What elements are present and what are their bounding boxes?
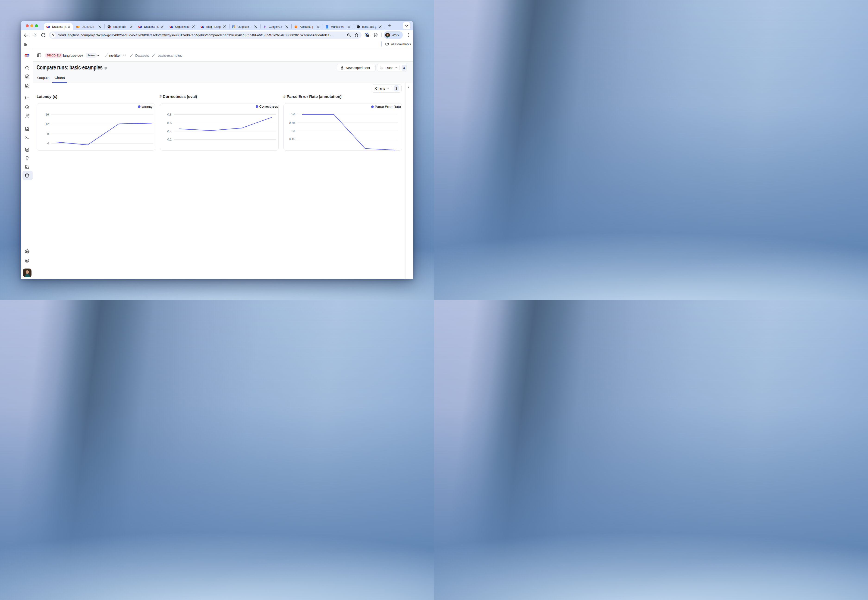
svg-text:0.8: 0.8 bbox=[167, 113, 171, 116]
svg-text:0.15: 0.15 bbox=[289, 137, 295, 141]
svg-text:4: 4 bbox=[47, 142, 49, 145]
svg-text:12: 12 bbox=[45, 122, 49, 126]
svg-text:Parse Error Rate: Parse Error Rate bbox=[375, 105, 401, 109]
svg-text:0.4: 0.4 bbox=[167, 129, 171, 133]
svg-text:latency: latency bbox=[141, 105, 153, 108]
svg-text:0.6: 0.6 bbox=[291, 112, 295, 116]
svg-text:0.45: 0.45 bbox=[289, 121, 295, 124]
svg-text:Correctness: Correctness bbox=[259, 105, 278, 108]
svg-text:0.3: 0.3 bbox=[291, 129, 295, 132]
svg-text:8: 8 bbox=[47, 132, 49, 135]
svg-text:0.2: 0.2 bbox=[167, 138, 171, 141]
svg-text:0.6: 0.6 bbox=[167, 121, 171, 125]
svg-text:16: 16 bbox=[45, 112, 49, 116]
